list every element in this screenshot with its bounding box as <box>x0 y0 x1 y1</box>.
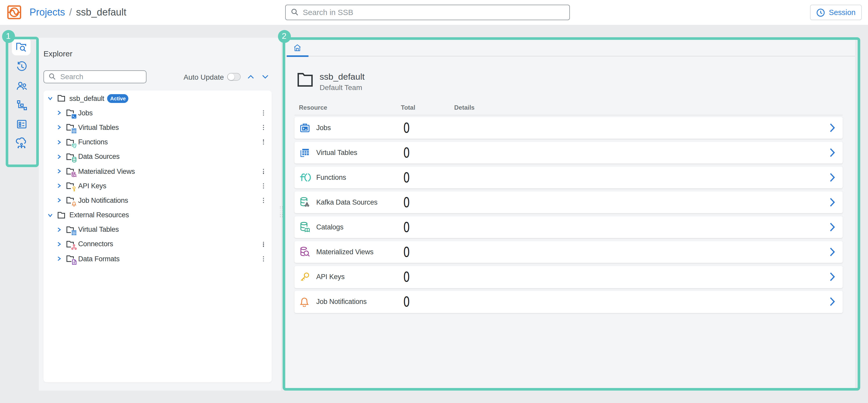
tree-row-external-resources[interactable]: External Resources <box>43 208 272 222</box>
chevron-right-icon[interactable] <box>829 297 835 306</box>
kebab-menu-icon[interactable] <box>263 182 265 189</box>
chevron-right-icon[interactable] <box>56 256 62 261</box>
tree-row-ssb_default[interactable]: ssb_default Active <box>43 91 272 105</box>
tree-label: Connectors <box>78 240 113 248</box>
chevron-right-icon[interactable] <box>829 272 835 282</box>
tree-row-jobs[interactable]: Jobs <box>43 105 272 120</box>
resource-row-kafka-data-sources[interactable]: Kafka Data Sources 0 <box>294 192 842 213</box>
resource-row-api-keys[interactable]: API Keys 0 <box>294 266 842 288</box>
resource-row-label: Jobs <box>316 124 331 132</box>
explorer-search-input[interactable]: Search <box>43 70 146 83</box>
col-resource: Resource <box>299 104 327 111</box>
chevron-right-icon[interactable] <box>829 148 835 157</box>
chevron-right-icon[interactable] <box>56 169 62 174</box>
resource-row-virtual-tables[interactable]: Virtual Tables 0 <box>294 141 842 164</box>
folder-icon <box>58 211 65 219</box>
chevron-right-icon[interactable] <box>56 183 62 188</box>
app-logo-icon[interactable] <box>7 5 21 20</box>
explorer-tree: ssb_default Active Jobs Virtual Tables f… <box>43 91 272 382</box>
tree-label: ssb_default <box>69 94 104 102</box>
tree-row-virtual-tables[interactable]: Virtual Tables <box>43 120 272 135</box>
users-icon <box>16 80 27 91</box>
resource-row-catalogs[interactable]: Catalogs 0 <box>294 216 842 238</box>
kebab-menu-icon[interactable] <box>263 197 265 204</box>
session-button[interactable]: Session <box>810 5 862 20</box>
tree-label: Data Sources <box>78 153 120 161</box>
resource-row-total: 0 <box>403 219 410 235</box>
tree-label: Job Notifications <box>78 197 128 204</box>
kebab-menu-icon[interactable] <box>263 168 265 175</box>
tree-label: Jobs <box>78 109 93 117</box>
chevron-right-icon[interactable] <box>56 110 62 115</box>
functions-folder-icon: f() <box>66 138 74 146</box>
tree-label: External Resources <box>69 211 129 219</box>
rail-item-history[interactable] <box>8 57 35 76</box>
tab-home[interactable] <box>286 39 308 56</box>
rail-item-lineage[interactable] <box>8 95 35 114</box>
tree-row-virtual-tables[interactable]: Virtual Tables <box>43 222 272 237</box>
chevron-right-icon[interactable] <box>56 139 62 144</box>
chevron-right-icon[interactable] <box>56 125 62 130</box>
jobs-icon <box>300 123 310 133</box>
kebab-menu-icon[interactable] <box>263 109 265 116</box>
chevron-right-icon[interactable] <box>829 247 835 257</box>
kebab-menu-icon[interactable] <box>263 241 265 248</box>
rail-item-folder-search[interactable] <box>12 38 31 55</box>
kebab-menu-icon[interactable] <box>263 124 265 131</box>
resource-row-jobs[interactable]: Jobs 0 <box>294 116 842 139</box>
expand-down-icon[interactable] <box>261 74 268 79</box>
history-icon <box>16 61 27 72</box>
kebab-menu-icon[interactable] <box>263 139 265 146</box>
rail-item-users[interactable] <box>8 76 35 95</box>
annotation-badge-2: 2 <box>278 30 291 43</box>
chevron-right-icon[interactable] <box>829 123 835 132</box>
resource-row-label: Materialized Views <box>316 248 373 256</box>
resource-row-materialized-views[interactable]: Materialized Views 0 <box>294 241 842 263</box>
chevron-down-icon[interactable] <box>47 212 53 217</box>
chevron-right-icon[interactable] <box>56 154 62 159</box>
chevron-down-icon[interactable] <box>47 96 53 101</box>
tree-row-connectors[interactable]: Connectors <box>43 237 272 251</box>
global-search-input[interactable]: Search in SSB <box>285 4 570 20</box>
session-button-label: Session <box>829 8 856 16</box>
tree-row-job-notifications[interactable]: Job Notifications <box>43 193 272 208</box>
col-details: Details <box>454 104 475 111</box>
tree-row-api-keys[interactable]: API Keys <box>43 178 272 193</box>
chevron-right-icon[interactable] <box>56 198 62 203</box>
chevron-right-icon[interactable] <box>56 242 62 247</box>
catalogs-icon <box>300 222 310 233</box>
resource-row-total: 0 <box>403 144 410 161</box>
tree-row-functions[interactable]: f() Functions <box>43 135 272 149</box>
resource-row-label: Job Notifications <box>316 298 367 306</box>
auto-update-toggle[interactable] <box>227 73 241 81</box>
tree-row-data-formats[interactable]: Data Formats <box>43 251 272 266</box>
table-header-divider <box>294 115 842 115</box>
active-tab-underline <box>286 55 308 57</box>
resource-row-functions[interactable]: Functions 0 <box>294 166 842 188</box>
breadcrumb-projects-link[interactable]: Projects <box>30 7 65 18</box>
search-icon <box>291 8 299 16</box>
resource-row-total: 0 <box>403 244 410 260</box>
rail-item-cloud-network[interactable] <box>8 133 35 153</box>
col-total: Total <box>401 104 415 111</box>
dashboard-icon <box>16 118 27 130</box>
chevron-right-icon[interactable] <box>829 223 835 232</box>
active-badge: Active <box>107 94 129 103</box>
tree-row-data-sources[interactable]: Data Sources <box>43 149 272 164</box>
resource-row-job-notifications[interactable]: Job Notifications 0 <box>294 291 842 313</box>
collapse-up-icon[interactable] <box>247 74 254 79</box>
chevron-right-icon[interactable] <box>56 227 62 232</box>
kebab-menu-icon[interactable] <box>263 255 265 262</box>
data-sources-folder-icon <box>66 153 74 160</box>
main-subtitle: Default Team <box>320 83 365 91</box>
panel-resize-handle[interactable] <box>280 206 283 217</box>
tree-row-materialized-views[interactable]: Materialized Views <box>43 164 272 178</box>
api-keys-folder-icon <box>66 182 74 189</box>
left-icon-rail <box>8 38 35 153</box>
chevron-right-icon[interactable] <box>829 198 835 207</box>
rail-item-dashboard[interactable] <box>8 114 35 133</box>
resource-row-label: Kafka Data Sources <box>316 198 378 206</box>
virtual-tables-icon <box>300 148 310 158</box>
breadcrumb-current: ssb_default <box>76 7 126 18</box>
chevron-right-icon[interactable] <box>829 173 835 182</box>
